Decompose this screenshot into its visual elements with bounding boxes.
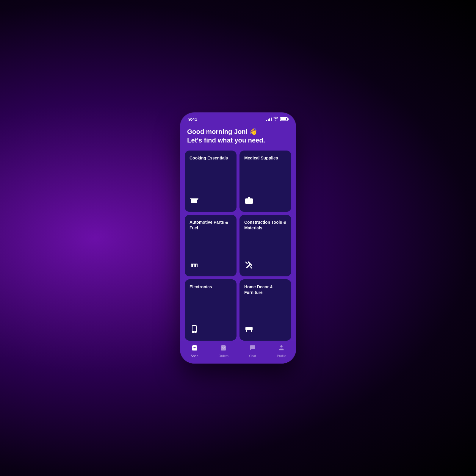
automotive-icon [190, 260, 232, 272]
svg-point-17 [194, 332, 195, 333]
svg-rect-20 [251, 330, 252, 332]
svg-rect-11 [197, 264, 198, 267]
category-medical[interactable]: Medical Supplies [239, 151, 291, 212]
category-electronics[interactable]: Electronics [185, 279, 237, 341]
greeting-text: Good morning Joni 👋 [187, 128, 289, 136]
category-electronics-label: Electronics [190, 284, 232, 290]
svg-rect-1 [191, 198, 198, 200]
svg-rect-8 [192, 264, 193, 267]
category-automotive[interactable]: Automotive Parts & Fuel [185, 215, 237, 276]
status-time: 9:41 [188, 117, 197, 122]
svg-rect-10 [195, 264, 196, 267]
nav-orders[interactable]: Orders [214, 345, 232, 358]
svg-point-22 [281, 345, 283, 347]
svg-rect-19 [246, 330, 247, 332]
categories-grid: Cooking Essentials Medical Supplies [180, 151, 296, 341]
status-bar: 9:41 [180, 112, 296, 123]
svg-rect-6 [247, 201, 251, 202]
category-medical-label: Medical Supplies [244, 155, 286, 161]
category-cooking-label: Cooking Essentials [190, 155, 232, 161]
signal-icon [266, 118, 272, 121]
svg-rect-3 [197, 198, 198, 199]
furniture-icon [244, 324, 286, 336]
pot-icon [190, 195, 232, 207]
svg-rect-9 [194, 264, 195, 267]
tools-icon [244, 260, 286, 272]
svg-rect-21 [245, 327, 253, 328]
greeting-subtitle: Let's find what you need. [187, 136, 289, 145]
wifi-icon [273, 117, 278, 122]
medkit-icon [244, 195, 286, 207]
nav-profile[interactable]: Profile [273, 345, 290, 358]
svg-rect-0 [191, 199, 197, 203]
person-icon [278, 345, 285, 353]
category-construction-label: Construction Tools & Materials [244, 220, 286, 231]
nav-shop[interactable]: Shop [186, 345, 203, 358]
battery-icon [280, 117, 288, 121]
category-automotive-label: Automotive Parts & Fuel [190, 220, 232, 231]
tablet-icon [190, 324, 232, 336]
category-cooking[interactable]: Cooking Essentials [185, 151, 237, 212]
category-homedecor[interactable]: Home Decor & Furniture [239, 279, 291, 341]
nav-chat[interactable]: Chat [244, 345, 262, 358]
chat-icon [249, 345, 256, 353]
bag-icon [220, 345, 227, 353]
phone-frame: 9:41 Good morning Joni 👋 Let's find what… [180, 112, 296, 364]
svg-rect-7 [191, 264, 192, 267]
svg-rect-12 [191, 264, 198, 264]
category-homedecor-label: Home Decor & Furniture [244, 284, 286, 295]
svg-rect-2 [190, 198, 191, 199]
header: Good morning Joni 👋 Let's find what you … [180, 123, 296, 151]
category-construction[interactable]: Construction Tools & Materials [239, 215, 291, 276]
nav-shop-label: Shop [191, 354, 198, 358]
nav-orders-label: Orders [218, 354, 228, 358]
nav-chat-label: Chat [249, 354, 256, 358]
status-icons [266, 117, 288, 122]
svg-rect-16 [192, 326, 196, 331]
bottom-navigation: Shop Orders Chat [180, 341, 296, 364]
svg-rect-14 [246, 264, 251, 268]
nav-profile-label: Profile [277, 354, 286, 358]
cart-icon [191, 345, 198, 353]
